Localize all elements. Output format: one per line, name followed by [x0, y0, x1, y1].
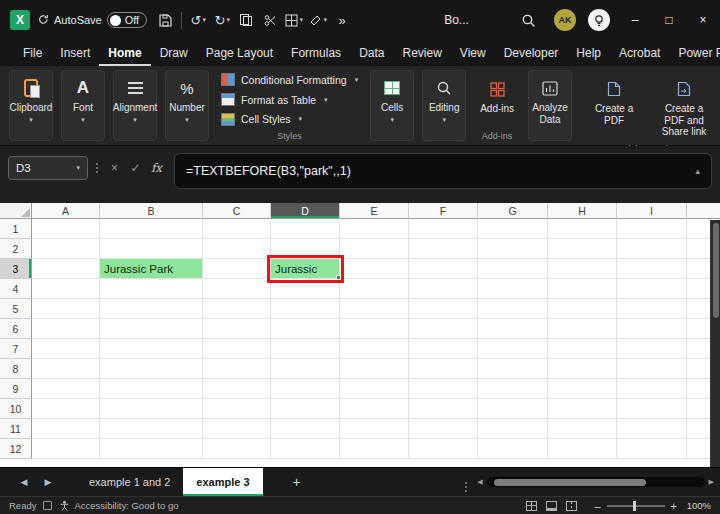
- cell-G11[interactable]: [478, 419, 548, 439]
- row-header-6[interactable]: 6: [0, 319, 32, 339]
- row-header-2[interactable]: 2: [0, 239, 32, 259]
- cell-F8[interactable]: [409, 359, 478, 379]
- scroll-left-icon[interactable]: ◀: [477, 478, 482, 486]
- menu-tab-data[interactable]: Data: [350, 40, 393, 66]
- horizontal-scrollbar-track[interactable]: [487, 477, 705, 487]
- lightbulb-icon[interactable]: [588, 9, 610, 31]
- cell-F7[interactable]: [409, 339, 478, 359]
- cell-H1[interactable]: [548, 219, 617, 239]
- cell-D11[interactable]: [271, 419, 340, 439]
- cell-A3[interactable]: [32, 259, 100, 279]
- cell-F9[interactable]: [409, 379, 478, 399]
- cell-C2[interactable]: [203, 239, 271, 259]
- cell-styles-button[interactable]: Cell Styles ▾: [216, 109, 363, 129]
- cell-E11[interactable]: [340, 419, 409, 439]
- cell-B5[interactable]: [100, 299, 203, 319]
- copy-button[interactable]: [234, 7, 258, 33]
- number-group-button[interactable]: % Number ▾: [165, 70, 209, 141]
- page-break-view-icon[interactable]: [566, 501, 577, 511]
- cell-I11[interactable]: [617, 419, 687, 439]
- cell-F4[interactable]: [409, 279, 478, 299]
- clipboard-group-button[interactable]: Clipboard ▾: [9, 70, 53, 141]
- menu-tab-review[interactable]: Review: [393, 40, 450, 66]
- cell-A9[interactable]: [32, 379, 100, 399]
- add-ins-button[interactable]: Add-ins: [474, 72, 520, 116]
- cell-G9[interactable]: [478, 379, 548, 399]
- cell-F3[interactable]: [409, 259, 478, 279]
- zoom-level[interactable]: 100%: [683, 500, 711, 511]
- cell-G12[interactable]: [478, 439, 548, 459]
- insert-function-button[interactable]: fx: [148, 161, 165, 175]
- cell-I10[interactable]: [617, 399, 687, 419]
- cell-H4[interactable]: [548, 279, 617, 299]
- cell-H7[interactable]: [548, 339, 617, 359]
- analyze-data-button[interactable]: Analyze Data: [528, 70, 572, 141]
- maximize-button[interactable]: □: [652, 0, 686, 40]
- cell-E5[interactable]: [340, 299, 409, 319]
- cell-E9[interactable]: [340, 379, 409, 399]
- cell-F5[interactable]: [409, 299, 478, 319]
- vertical-scrollbar[interactable]: [710, 220, 720, 467]
- cell-C12[interactable]: [203, 439, 271, 459]
- cell-C8[interactable]: [203, 359, 271, 379]
- row-header-8[interactable]: 8: [0, 359, 32, 379]
- undo-button[interactable]: ↺▾: [186, 7, 210, 33]
- cell-I4[interactable]: [617, 279, 687, 299]
- cell-B3[interactable]: Jurassic Park: [100, 259, 203, 279]
- autosave-toggle[interactable]: Off: [107, 12, 147, 28]
- horizontal-scrollbar[interactable]: ◀ ▶: [477, 477, 714, 487]
- search-icon[interactable]: [516, 7, 540, 33]
- cell-I2[interactable]: [617, 239, 687, 259]
- sheet-tab-example-3[interactable]: example 3: [183, 468, 262, 496]
- font-group-button[interactable]: A Font ▾: [61, 70, 105, 141]
- column-header-A[interactable]: A: [32, 203, 100, 219]
- cell-C3[interactable]: [203, 259, 271, 279]
- cell-H9[interactable]: [548, 379, 617, 399]
- enter-icon[interactable]: ✓: [127, 161, 144, 175]
- menu-tab-page-layout[interactable]: Page Layout: [197, 40, 282, 66]
- cell-C6[interactable]: [203, 319, 271, 339]
- menu-tab-view[interactable]: View: [451, 40, 495, 66]
- column-header-D[interactable]: D: [271, 203, 340, 219]
- row-header-7[interactable]: 7: [0, 339, 32, 359]
- cell-E12[interactable]: [340, 439, 409, 459]
- cell-G4[interactable]: [478, 279, 548, 299]
- cell-G1[interactable]: [478, 219, 548, 239]
- cell-G5[interactable]: [478, 299, 548, 319]
- cell-F1[interactable]: [409, 219, 478, 239]
- cell-B10[interactable]: [100, 399, 203, 419]
- cell-F12[interactable]: [409, 439, 478, 459]
- column-header-F[interactable]: F: [409, 203, 478, 219]
- column-header-I[interactable]: I: [617, 203, 687, 219]
- row-header-5[interactable]: 5: [0, 299, 32, 319]
- cell-E10[interactable]: [340, 399, 409, 419]
- cancel-icon[interactable]: ×: [106, 161, 123, 175]
- cell-I6[interactable]: [617, 319, 687, 339]
- cell-A12[interactable]: [32, 439, 100, 459]
- chevron-up-icon[interactable]: ▴: [695, 166, 700, 176]
- cell-H3[interactable]: [548, 259, 617, 279]
- row-header-10[interactable]: 10: [0, 399, 32, 419]
- cell-D9[interactable]: [271, 379, 340, 399]
- cell-D4[interactable]: [271, 279, 340, 299]
- cell-C10[interactable]: [203, 399, 271, 419]
- cell-I5[interactable]: [617, 299, 687, 319]
- cell-C7[interactable]: [203, 339, 271, 359]
- cell-G6[interactable]: [478, 319, 548, 339]
- cell-A11[interactable]: [32, 419, 100, 439]
- cell-B1[interactable]: [100, 219, 203, 239]
- create-pdf-share-button[interactable]: Create a PDF and Share link: [650, 72, 718, 140]
- cell-B9[interactable]: [100, 379, 203, 399]
- fill-handle[interactable]: [336, 275, 341, 280]
- format-painter-button[interactable]: ▾: [306, 7, 330, 33]
- accessibility-status[interactable]: Accessibility: Good to go: [59, 500, 178, 511]
- cell-C5[interactable]: [203, 299, 271, 319]
- cell-D7[interactable]: [271, 339, 340, 359]
- cell-B2[interactable]: [100, 239, 203, 259]
- cell-D5[interactable]: [271, 299, 340, 319]
- cell-A7[interactable]: [32, 339, 100, 359]
- cell-B6[interactable]: [100, 319, 203, 339]
- cell-I9[interactable]: [617, 379, 687, 399]
- cell-E7[interactable]: [340, 339, 409, 359]
- more-commands-button[interactable]: »: [330, 7, 354, 33]
